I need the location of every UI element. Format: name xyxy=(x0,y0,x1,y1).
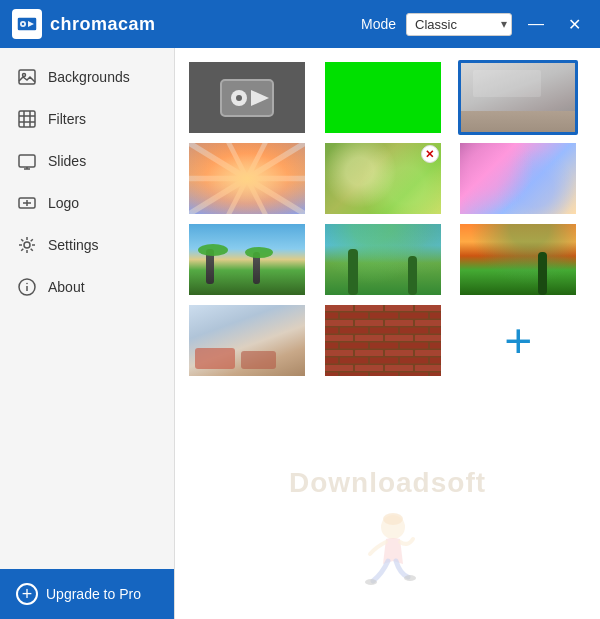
info-icon xyxy=(16,276,38,298)
mode-label: Mode xyxy=(361,16,396,32)
svg-rect-10 xyxy=(19,155,35,167)
add-icon: + xyxy=(504,317,532,365)
background-thumb-logo[interactable] xyxy=(187,60,307,135)
sidebar-item-about[interactable]: About xyxy=(0,266,174,308)
settings-icon xyxy=(16,234,38,256)
mode-select-wrapper[interactable]: Classic Virtual Greenscreen xyxy=(406,13,512,36)
app-name: chromacam xyxy=(50,14,156,35)
delete-badge[interactable]: ✕ xyxy=(421,145,439,163)
content-area: ✕ xyxy=(175,48,600,619)
background-thumb-modern[interactable] xyxy=(187,303,307,378)
sidebar-item-label: Logo xyxy=(48,195,79,211)
mascot xyxy=(338,509,438,599)
svg-point-2 xyxy=(22,23,24,25)
slides-icon xyxy=(16,150,38,172)
svg-point-16 xyxy=(24,242,30,248)
svg-rect-5 xyxy=(19,111,35,127)
sidebar-menu: Backgrounds Filters xyxy=(0,48,174,569)
upgrade-label: Upgrade to Pro xyxy=(46,586,141,602)
background-thumb-palm-sky[interactable] xyxy=(187,222,307,297)
svg-rect-38 xyxy=(325,305,441,376)
background-thumb-rays[interactable] xyxy=(187,141,307,216)
sidebar-item-label: About xyxy=(48,279,85,295)
sidebar-item-backgrounds[interactable]: Backgrounds xyxy=(0,56,174,98)
svg-point-19 xyxy=(26,283,28,285)
sidebar-item-logo[interactable]: Logo xyxy=(0,182,174,224)
sidebar-item-label: Slides xyxy=(48,153,86,169)
background-thumb-room[interactable] xyxy=(458,60,578,135)
background-thumb-palm-close[interactable] xyxy=(323,222,443,297)
sidebar-item-slides[interactable]: Slides xyxy=(0,140,174,182)
add-background-button[interactable]: + xyxy=(458,303,578,378)
watermark: Downloadsoft xyxy=(289,467,486,499)
minimize-button[interactable]: — xyxy=(522,10,550,38)
upgrade-plus-icon: + xyxy=(16,583,38,605)
background-thumb-brick[interactable] xyxy=(323,303,443,378)
upgrade-button[interactable]: + Upgrade to Pro xyxy=(0,569,174,619)
background-thumb-palm-warm[interactable] xyxy=(458,222,578,297)
logo-icon xyxy=(12,9,42,39)
image-icon xyxy=(16,66,38,88)
sidebar-item-settings[interactable]: Settings xyxy=(0,224,174,266)
sidebar-item-filters[interactable]: Filters xyxy=(0,98,174,140)
svg-point-40 xyxy=(383,513,403,525)
logo-nav-icon xyxy=(16,192,38,214)
sidebar-item-label: Backgrounds xyxy=(48,69,130,85)
background-thumb-colored-bokeh[interactable] xyxy=(458,141,578,216)
app-logo: chromacam xyxy=(12,9,156,39)
background-thumb-green[interactable] xyxy=(323,60,443,135)
mode-select[interactable]: Classic Virtual Greenscreen xyxy=(406,13,512,36)
main-layout: Backgrounds Filters xyxy=(0,48,600,619)
filter-icon xyxy=(16,108,38,130)
close-button[interactable]: ✕ xyxy=(560,10,588,38)
sidebar: Backgrounds Filters xyxy=(0,48,175,619)
background-thumb-bokeh[interactable]: ✕ xyxy=(323,141,443,216)
title-bar-controls: Mode Classic Virtual Greenscreen — ✕ xyxy=(361,10,588,38)
sidebar-item-label: Settings xyxy=(48,237,99,253)
svg-rect-3 xyxy=(19,70,35,84)
svg-point-22 xyxy=(236,95,242,101)
sidebar-item-label: Filters xyxy=(48,111,86,127)
title-bar: chromacam Mode Classic Virtual Greenscre… xyxy=(0,0,600,48)
svg-point-42 xyxy=(404,575,416,581)
backgrounds-grid: ✕ xyxy=(175,48,600,390)
svg-point-41 xyxy=(365,579,377,585)
